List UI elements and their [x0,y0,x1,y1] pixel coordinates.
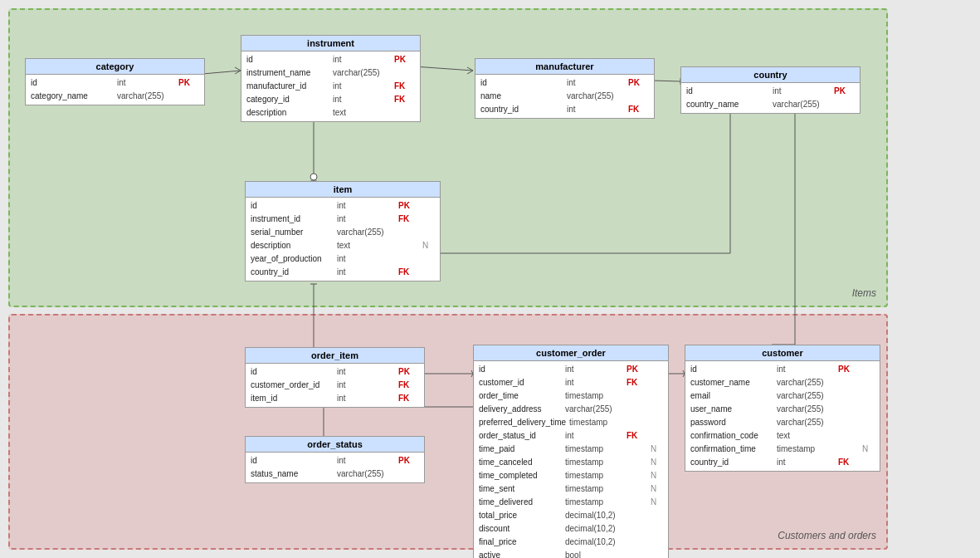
table-row: customer_id int FK [474,376,668,389]
region-items: Items [8,8,888,307]
table-row: time_paid timestamp N [474,443,668,456]
table-row: order_status_id int FK [474,429,668,443]
entity-item-header: item [246,182,440,198]
table-row: total_price decimal(10,2) [474,509,668,522]
table-row: customer_name varchar(255) [685,376,880,389]
entity-instrument: instrument id int PK instrument_name var… [241,35,421,122]
entity-item: item id int PK instrument_id int FK seri… [245,181,441,281]
table-row: id int PK [475,76,654,90]
table-row: customer_order_id int FK [246,379,424,392]
entity-manufacturer-header: manufacturer [475,59,654,75]
table-row: category_id int FK [241,93,420,106]
table-row: order_time timestamp [474,389,668,403]
table-row: id int PK [26,76,204,90]
table-row: category_name varchar(255) [26,90,204,103]
table-row: user_name varchar(255) [685,403,880,416]
table-row: confirmation_code text [685,429,880,443]
entity-order-item-body: id int PK customer_order_id int FK item_… [246,364,424,407]
table-row: time_sent timestamp N [474,482,668,496]
table-row: id int PK [246,365,424,379]
table-row: manufacturer_id int FK [241,80,420,93]
entity-category-header: category [26,59,204,75]
entity-item-body: id int PK instrument_id int FK serial_nu… [246,198,440,281]
table-row: country_id int FK [246,266,440,279]
table-row: final_price decimal(10,2) [474,536,668,549]
canvas: Items Customers and orders [0,0,980,558]
table-row: id int PK [474,363,668,376]
table-row: status_name varchar(255) [246,467,424,481]
table-row: name varchar(255) [475,90,654,103]
entity-instrument-body: id int PK instrument_name varchar(255) m… [241,51,420,121]
entity-customer-body: id int PK customer_name varchar(255) ema… [685,361,880,471]
table-row: id int PK [246,199,440,213]
table-row: preferred_delivery_time timestamp [474,416,668,429]
entity-customer-order-body: id int PK customer_id int FK order_time … [474,361,668,558]
table-row: id int PK [681,85,860,98]
table-row: id int PK [246,454,424,467]
table-row: time_completed timestamp N [474,469,668,482]
entity-category-body: id int PK category_name varchar(255) [26,75,204,105]
table-row: delivery_address varchar(255) [474,403,668,416]
table-row: email varchar(255) [685,389,880,403]
table-row: instrument_id int FK [246,213,440,226]
table-row: description text N [246,239,440,252]
entity-country-body: id int PK country_name varchar(255) [681,83,860,113]
region-orders-label: Customers and orders [778,530,876,541]
table-row: item_id int FK [246,392,424,405]
table-row: confirmation_time timestamp N [685,443,880,456]
table-row: country_id int FK [685,456,880,469]
entity-manufacturer: manufacturer id int PK name varchar(255)… [475,58,655,119]
table-row: serial_number varchar(255) [246,226,440,239]
table-row: password varchar(255) [685,416,880,429]
entity-order-status: order_status id int PK status_name varch… [245,436,425,483]
entity-order-item: order_item id int PK customer_order_id i… [245,347,425,408]
table-row: time_canceled timestamp N [474,456,668,469]
table-row: instrument_name varchar(255) [241,66,420,80]
entity-order-status-header: order_status [246,437,424,453]
region-items-label: Items [852,287,876,299]
entity-order-status-body: id int PK status_name varchar(255) [246,453,424,482]
entity-country-header: country [681,67,860,83]
table-row: country_id int FK [475,103,654,116]
table-row: time_delivered timestamp N [474,496,668,509]
entity-customer-order-header: customer_order [474,345,668,361]
entity-customer-header: customer [685,345,880,361]
entity-customer-order: customer_order id int PK customer_id int… [473,345,669,558]
table-row: id int PK [241,53,420,66]
entity-instrument-header: instrument [241,36,420,51]
table-row: year_of_production int [246,252,440,266]
table-row: discount decimal(10,2) [474,522,668,536]
entity-country: country id int PK country_name varchar(2… [680,66,861,114]
entity-order-item-header: order_item [246,348,424,364]
table-row: id int PK [685,363,880,376]
table-row: country_name varchar(255) [681,98,860,111]
table-row: active bool [474,549,668,558]
entity-category: category id int PK category_name varchar… [25,58,205,105]
entity-manufacturer-body: id int PK name varchar(255) country_id i… [475,75,654,118]
table-row: description text [241,106,420,120]
entity-customer: customer id int PK customer_name varchar… [685,345,880,472]
